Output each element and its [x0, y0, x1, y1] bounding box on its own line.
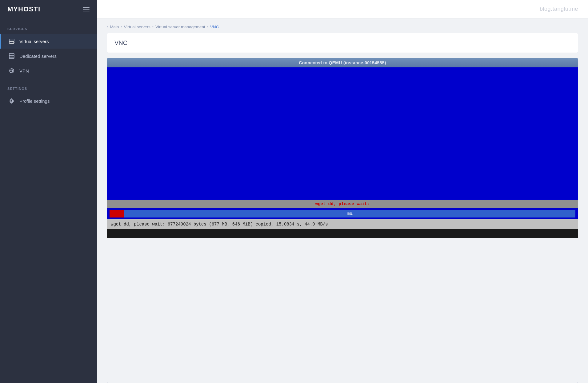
vnc-bottom-section: wget dd, please wait: 5% wget dd, please… [107, 200, 578, 229]
sidebar-item-vpn-label: VPN [19, 68, 29, 74]
virtual-servers-icon [8, 38, 15, 45]
logo: MYHOSTI [7, 5, 40, 13]
hamburger-button[interactable] [83, 7, 90, 11]
vnc-status-line: wget dd, please wait: 677249024 bytes (6… [107, 219, 578, 229]
page-title: VNC [114, 39, 127, 46]
sidebar-logo-area: MYHOSTI [0, 0, 97, 18]
topbar-domain: blog.tanglu.me [540, 6, 578, 12]
svg-rect-4 [9, 54, 14, 55]
vnc-viewer[interactable]: Connected to QEMU (instance-00154555) wg… [107, 58, 578, 383]
svg-point-3 [13, 42, 14, 43]
main-content: blog.tanglu.me • Main • Virtual servers … [97, 0, 588, 383]
sidebar-item-dedicated-servers[interactable]: Dedicated servers [0, 49, 97, 63]
sidebar-item-profile-settings[interactable]: Profile settings [0, 94, 97, 108]
vnc-progress-red [110, 210, 124, 217]
vnc-screen[interactable] [107, 67, 578, 200]
svg-rect-6 [9, 57, 14, 58]
vnc-progress-bar: 5% [107, 208, 578, 219]
breadcrumb-main[interactable]: Main [110, 25, 119, 29]
sidebar-item-virtual-servers[interactable]: Virtual servers [0, 34, 97, 49]
svg-point-2 [13, 40, 14, 40]
profile-settings-icon [8, 98, 15, 104]
vpn-icon [8, 67, 15, 74]
dedicated-servers-icon [8, 53, 15, 59]
sidebar-item-profile-settings-label: Profile settings [19, 98, 50, 104]
breadcrumb-virtual-server-management[interactable]: Virtual server management [155, 25, 205, 29]
services-section-label: SERVICES [0, 18, 97, 34]
sidebar: MYHOSTI SERVICES Virtual servers Dedicat… [0, 0, 97, 383]
vnc-dialog-title-bar: wget dd, please wait: [107, 200, 578, 208]
vnc-bottom-bar [107, 229, 578, 238]
sidebar-item-vpn[interactable]: VPN [0, 63, 97, 78]
vnc-progress-fill: 5% [124, 210, 575, 217]
vnc-titlebar: Connected to QEMU (instance-00154555) [107, 58, 578, 67]
svg-rect-5 [9, 55, 14, 57]
breadcrumb: • Main • Virtual servers • Virtual serve… [97, 18, 588, 33]
breadcrumb-virtual-servers[interactable]: Virtual servers [124, 25, 150, 29]
page-title-card: VNC [107, 33, 578, 53]
sidebar-item-dedicated-servers-label: Dedicated servers [19, 54, 57, 59]
vnc-progress-text: 5% [124, 211, 575, 216]
settings-section-label: SETTINGS [0, 78, 97, 94]
topbar: blog.tanglu.me [97, 0, 588, 18]
svg-point-9 [11, 100, 13, 102]
breadcrumb-vnc: VNC [210, 25, 219, 29]
vnc-dialog-title-text: wget dd, please wait: [315, 201, 370, 206]
sidebar-item-virtual-servers-label: Virtual servers [19, 39, 49, 44]
